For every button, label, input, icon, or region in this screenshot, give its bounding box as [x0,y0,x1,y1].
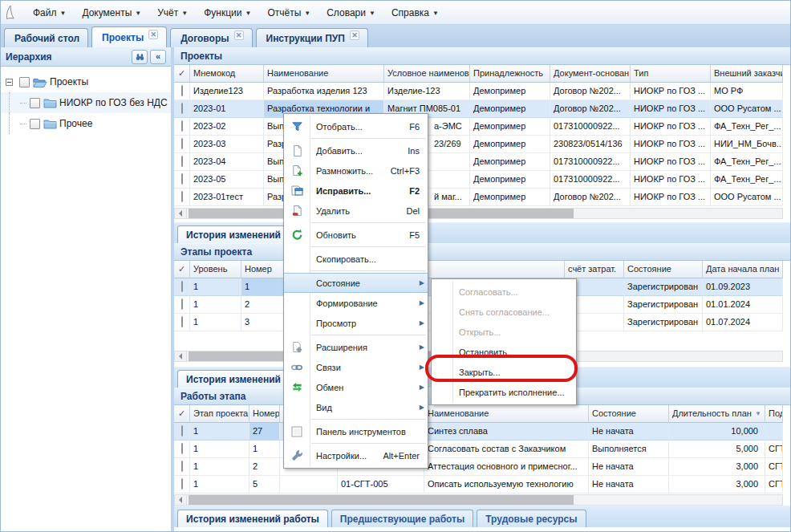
table-row[interactable]: 127Синтез сплаваНе начата10,000 [174,423,783,441]
tab-project-history[interactable]: История изменений п [177,225,298,243]
bottom-tab-предшествующие-работы[interactable]: Предшествующие работы [331,510,473,527]
context-menu-item-добавить[interactable]: Добавить...Ins [284,140,428,160]
row-checkbox[interactable] [181,478,183,489]
row-check-cell [174,153,190,171]
menubar-item-5[interactable]: Отчёты▼ [259,4,318,22]
scrollbar-thumb[interactable] [189,495,574,505]
menubar-item-3[interactable]: Учёт▼ [149,4,196,22]
menubar-item-7[interactable]: Справка▼ [383,4,447,22]
table-row[interactable]: 2023-01Разработка технологии иМагнит ПМ0… [174,100,783,118]
window-tab-договоры[interactable]: Договоры✕ [170,28,252,47]
context-menu-item-отобрать[interactable]: Отобрать...F6 [284,116,428,136]
context-menu-item-просмотр[interactable]: Просмотр▶ [284,313,428,333]
row-checkbox[interactable] [181,138,183,149]
menu-item-label: Состояние [316,278,360,288]
menu-item-label: Удалить [316,206,350,216]
tab-stage-history[interactable]: История изменений э [177,370,298,388]
column-header[interactable]: Подр [765,405,783,423]
scroll-left-arrow-icon[interactable] [175,495,187,505]
row-checkbox[interactable] [181,281,183,292]
row-checkbox[interactable] [181,173,183,185]
column-header[interactable]: Наименование [424,405,589,423]
column-header[interactable]: Тип [631,65,711,83]
menu-item-label: Обмен [316,383,343,392]
row-checkbox[interactable] [181,316,183,327]
column-header[interactable]: счёт затрат. [565,261,624,278]
row-checkbox[interactable] [181,103,183,114]
tree-node-проекты[interactable]: Проекты [1,71,171,92]
context-menu-item-скопировать[interactable]: Скопировать... [284,249,428,269]
menubar-item-6[interactable]: Словари▼ [318,4,383,22]
tree-expander-icon[interactable] [6,79,13,86]
bottom-tab-трудовые-ресурсы[interactable]: Трудовые ресурсы [477,510,586,527]
scroll-left-arrow-icon[interactable] [175,209,187,218]
cell [280,476,338,493]
column-header[interactable]: Уровень [190,261,241,278]
row-checkbox[interactable] [181,85,183,96]
table-row[interactable]: 11Согласовать состав с ЗаказчикомВыполня… [174,441,783,458]
table-row[interactable]: 2023-04ВыпДемопример017310000922...НИОКР… [174,153,783,171]
column-header[interactable]: Состояние [589,405,669,423]
tree-checkbox[interactable] [30,98,40,108]
column-header[interactable]: Условное наименова [384,65,470,83]
table-row[interactable]: 2023-05ВыпДемопример017310000922...НИОКР… [174,171,783,189]
row-checkbox[interactable] [181,156,183,167]
row-checkbox[interactable] [181,425,183,437]
column-header[interactable]: Документ-основан [550,65,631,83]
tree-connector [9,92,20,113]
menubar-item-2[interactable]: Документы▼ [74,4,149,22]
search-binoculars-button[interactable] [132,50,148,64]
row-checkbox[interactable] [181,298,183,310]
menubar-item-1[interactable]: Файл▼ [25,4,74,22]
table-row[interactable]: 1501-СГТ-005Описать используемую техноло… [174,476,783,493]
context-menu-item-связи[interactable]: Связи▶ [284,357,428,377]
tab-close-icon[interactable]: ✕ [350,30,359,40]
context-menu-item-панель-инструментов[interactable]: Панель инструментов [284,421,428,441]
row-checkbox[interactable] [181,191,183,202]
row-checkbox[interactable] [181,443,183,454]
window-tab-инструкции-пуп[interactable]: Инструкции ПУП✕ [256,28,368,47]
column-header[interactable]: Внешний заказчик [711,65,783,83]
tab-close-icon[interactable]: ✕ [234,30,244,40]
filter-icon [284,120,310,132]
context-menu-item-удалить[interactable]: УдалитьDel [284,201,428,221]
context-menu-item-исправить[interactable]: Исправить...F2 [284,181,428,201]
hierarchy-tree: ПроектыНИОКР по ГОЗ без НДСПрочее [1,67,171,134]
column-header[interactable]: Мнемокод [190,65,264,83]
context-menu-item-расширения[interactable]: Расширения▶ [284,337,428,357]
column-header[interactable]: Этап проекта [190,405,249,423]
column-header[interactable]: Дата начала план [703,261,783,278]
bottom-tab-история-изменений-работы[interactable]: История изменений работы [177,510,328,527]
tree-checkbox[interactable] [19,77,30,87]
table-row[interactable]: 12Аттестация основного и примесног...Не … [174,458,783,476]
context-menu-item-формирование[interactable]: Формирование▶ [284,293,428,313]
context-menu-item-состояние[interactable]: Состояние▶ [284,273,428,293]
window-tab-проекты[interactable]: Проекты✕ [91,26,167,47]
context-menu-item-обновить[interactable]: ОбновитьF5 [284,225,428,245]
submenu-item-прекратить-исполнение[interactable]: Прекратить исполнение... [432,382,576,402]
tree-node-прочее[interactable]: Прочее [1,113,171,134]
tree-checkbox[interactable] [30,119,40,129]
context-menu-item-размножить[interactable]: Размножить...Ctrl+F3 [284,160,428,181]
table-row[interactable]: 2023-02Выпа-ЭМСДемопример017310000922...… [174,118,783,136]
window-tab-рабочий-стол[interactable]: Рабочий стол [4,28,88,47]
column-header[interactable]: Номер [249,405,280,423]
context-menu-item-обмен[interactable]: Обмен▶ [284,377,428,397]
menubar-item-4[interactable]: Функции▼ [196,4,259,22]
context-menu-item-вид[interactable]: Вид▶ [284,397,428,417]
row-checkbox[interactable] [181,120,183,132]
context-menu-item-настройки[interactable]: Настройки...Alt+Enter [284,445,428,465]
tab-label: Рабочий стол [14,33,79,44]
tree-node-ниокр-по-гоз-без-ндс[interactable]: НИОКР по ГОЗ без НДС [1,92,171,113]
scroll-left-arrow-icon[interactable] [175,351,187,361]
tab-close-icon[interactable]: ✕ [148,30,158,39]
column-header[interactable]: Принадлежность [470,65,550,83]
collapse-panel-button[interactable]: « [150,50,166,64]
column-header[interactable]: Наименование [264,65,384,83]
column-header[interactable]: Длительность план▼ [669,405,765,423]
column-header[interactable]: Состояние [624,261,703,278]
row-checkbox[interactable] [181,461,183,472]
table-row[interactable]: Изделие123Разработка изделия 123Изделие-… [174,83,783,100]
table-row[interactable]: 2023-03Разр23/269Демопример230823/0514/1… [174,136,783,153]
table-row[interactable]: 2023-01тестРазрй маг...ДемопримерДоговор… [174,189,783,206]
